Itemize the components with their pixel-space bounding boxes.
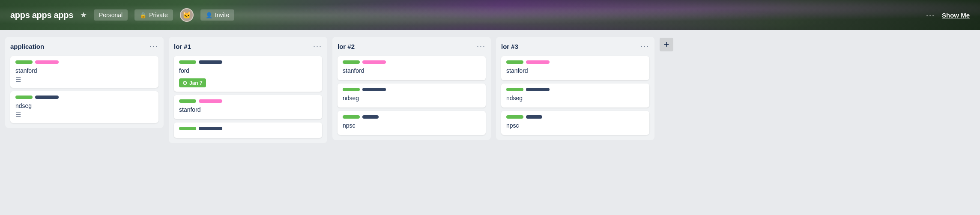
header: apps apps apps ★ Personal 🔒 Private 🐱 👤 … xyxy=(0,0,980,30)
card-title: npsc xyxy=(506,122,644,129)
column-lor3: lor #3 ··· stanford ndseg npsc xyxy=(496,37,654,140)
card-partial-lor1[interactable] xyxy=(174,122,322,138)
personal-label: Personal xyxy=(99,12,122,18)
card-labels xyxy=(179,127,317,130)
column-menu-lor3[interactable]: ··· xyxy=(640,42,649,51)
card-title: stanford xyxy=(15,67,153,74)
card-labels xyxy=(506,60,644,64)
card-title: ford xyxy=(179,67,317,74)
label-dark xyxy=(35,96,59,99)
label-green xyxy=(506,115,523,119)
label-pink xyxy=(362,60,386,64)
card-labels xyxy=(179,60,317,64)
column-menu-application[interactable]: ··· xyxy=(149,42,158,51)
card-title: ndseg xyxy=(343,95,481,102)
column-header-application: application ··· xyxy=(10,42,158,51)
card-npsc-2[interactable]: npsc xyxy=(501,111,649,135)
lock-icon: 🔒 xyxy=(140,12,146,18)
column-title-application: application xyxy=(10,43,44,50)
column-header-lor2: lor #2 ··· xyxy=(338,42,486,51)
label-dark xyxy=(362,88,386,91)
more-icon[interactable]: ··· xyxy=(926,11,935,20)
invite-button[interactable]: 👤 Invite xyxy=(200,9,234,21)
card-ford[interactable]: ford ⊙ Jan 7 xyxy=(174,56,322,92)
column-menu-lor2[interactable]: ··· xyxy=(477,42,486,51)
description-icon: ☰ xyxy=(15,111,153,119)
avatar[interactable]: 🐱 xyxy=(180,8,194,22)
label-pink xyxy=(526,60,550,64)
label-pink xyxy=(35,60,59,64)
private-button[interactable]: 🔒 Private xyxy=(134,9,173,21)
clock-icon: ⊙ xyxy=(182,80,187,86)
card-title: ndseg xyxy=(15,102,153,109)
show-me-button[interactable]: Show Me xyxy=(942,12,970,19)
card-stanford-3[interactable]: stanford xyxy=(338,56,486,80)
column-title-lor1: lor #1 xyxy=(174,43,191,50)
card-ndseg-3[interactable]: ndseg xyxy=(501,84,649,108)
card-title: stanford xyxy=(179,106,317,113)
label-green xyxy=(15,60,33,64)
card-labels xyxy=(15,60,153,64)
column-header-lor1: lor #1 ··· xyxy=(174,42,322,51)
column-application: application ··· stanford ☰ ndseg ☰ xyxy=(5,37,164,128)
avatar-emoji: 🐱 xyxy=(182,11,191,19)
card-labels xyxy=(506,88,644,91)
label-green xyxy=(179,60,196,64)
app-title: apps apps apps xyxy=(10,10,73,20)
person-icon: 👤 xyxy=(206,12,212,18)
column-header-lor3: lor #3 ··· xyxy=(501,42,649,51)
column-lor2: lor #2 ··· stanford ndseg npsc xyxy=(332,37,491,140)
label-dark xyxy=(526,88,550,91)
card-title: ndseg xyxy=(506,95,644,102)
card-labels xyxy=(343,60,481,64)
label-green xyxy=(343,88,360,91)
due-date-label: Jan 7 xyxy=(189,80,203,86)
label-dark xyxy=(199,127,222,130)
personal-button[interactable]: Personal xyxy=(94,9,128,21)
card-labels xyxy=(343,88,481,91)
card-title: stanford xyxy=(506,67,644,74)
card-labels xyxy=(506,115,644,119)
star-icon[interactable]: ★ xyxy=(80,10,87,20)
private-label: Private xyxy=(149,12,168,18)
card-stanford-4[interactable]: stanford xyxy=(501,56,649,80)
card-labels xyxy=(343,115,481,119)
card-npsc-1[interactable]: npsc xyxy=(338,111,486,135)
column-menu-lor1[interactable]: ··· xyxy=(313,42,322,51)
label-green xyxy=(15,96,33,99)
card-ndseg-2[interactable]: ndseg xyxy=(338,84,486,108)
card-title: npsc xyxy=(343,122,481,129)
label-dark-short xyxy=(526,115,542,119)
add-column-button[interactable]: + xyxy=(660,38,673,51)
board: application ··· stanford ☰ ndseg ☰ lor #… xyxy=(0,30,980,215)
description-icon: ☰ xyxy=(15,76,153,84)
card-title: stanford xyxy=(343,67,481,74)
column-title-lor2: lor #2 xyxy=(338,43,355,50)
card-labels xyxy=(179,99,317,103)
label-green xyxy=(506,88,523,91)
column-lor1: lor #1 ··· ford ⊙ Jan 7 stanford xyxy=(169,37,327,143)
label-green xyxy=(343,60,360,64)
label-green xyxy=(179,127,196,130)
card-stanford-1[interactable]: stanford ☰ xyxy=(10,56,158,88)
card-labels xyxy=(15,96,153,99)
label-pink xyxy=(199,99,222,103)
card-ndseg-1[interactable]: ndseg ☰ xyxy=(10,91,158,123)
label-green xyxy=(506,60,523,64)
column-title-lor3: lor #3 xyxy=(501,43,518,50)
label-green xyxy=(179,99,196,103)
card-stanford-2[interactable]: stanford xyxy=(174,95,322,119)
label-green xyxy=(343,115,360,119)
due-date-badge: ⊙ Jan 7 xyxy=(179,78,206,87)
label-dark-short xyxy=(362,115,379,119)
label-dark xyxy=(199,60,222,64)
invite-label: Invite xyxy=(215,12,229,18)
